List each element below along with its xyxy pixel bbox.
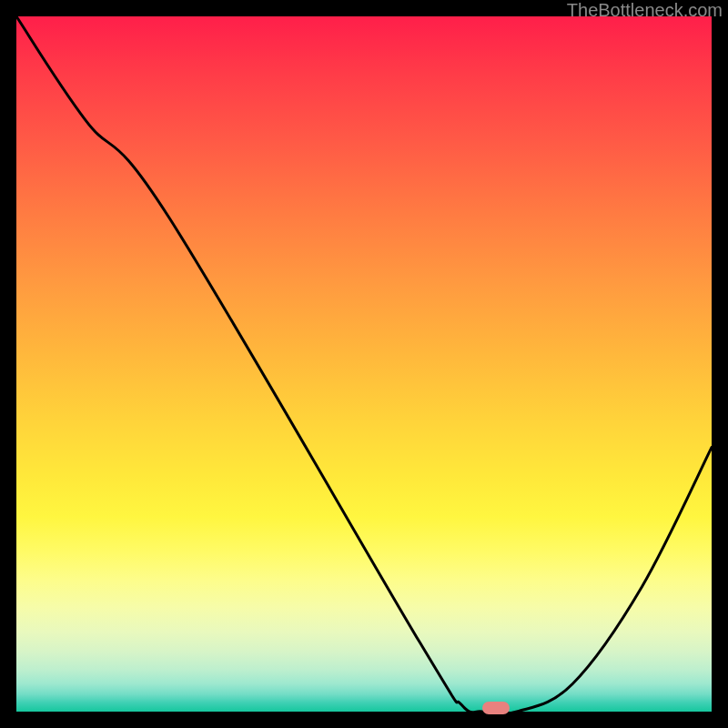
- optimal-marker: [482, 702, 510, 714]
- watermark-text: TheBottleneck.com: [567, 0, 723, 21]
- plot-area: [16, 16, 712, 712]
- curve-path: [16, 16, 712, 714]
- bottleneck-curve: [16, 16, 712, 712]
- chart-frame: TheBottleneck.com: [0, 0, 728, 728]
